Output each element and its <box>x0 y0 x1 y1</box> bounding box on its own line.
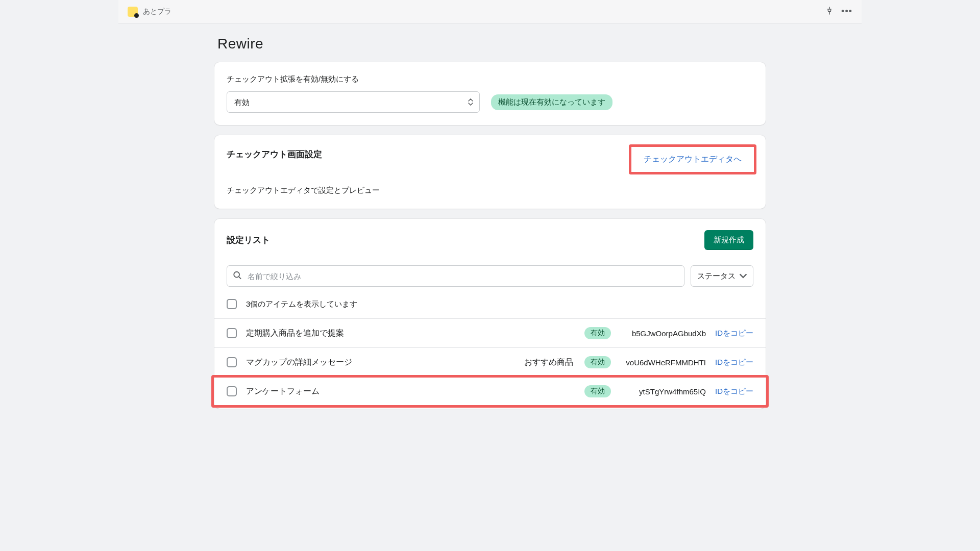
enable-status-badge: 機能は現在有効になっています <box>491 94 612 110</box>
table-row: アンケートフォーム有効ytSTgYrw4fhm65IQIDをコピー <box>214 377 766 406</box>
table-row: 定期購入商品を追加で提案有効b5GJwOorpAGbudXbIDをコピー <box>214 318 766 347</box>
settings-list-card: 設定リスト 新規作成 ステータス <box>214 219 766 409</box>
checkout-screen-card: チェックアウト画面設定 チェックアウトエディタへ チェックアウトエディタで設定と… <box>214 135 766 209</box>
caret-down-icon <box>740 272 747 280</box>
checkout-screen-sub: チェックアウトエディタで設定とプレビュー <box>227 186 753 195</box>
row-name[interactable]: マグカップの詳細メッセージ <box>246 357 515 368</box>
copy-id-button[interactable]: IDをコピー <box>715 387 753 396</box>
enable-select-wrapper: 有効 <box>227 91 480 113</box>
checkout-screen-title: チェックアウト画面設定 <box>227 148 322 160</box>
enable-card: チェックアウト拡張を有効/無効にする 有効 機能は現在有効になっています <box>214 62 766 125</box>
svg-line-1 <box>239 277 241 279</box>
search-input[interactable] <box>227 265 684 287</box>
row-checkbox[interactable] <box>227 357 237 367</box>
status-filter[interactable]: ステータス <box>691 265 753 287</box>
row-status-badge: 有効 <box>584 356 611 368</box>
settings-list-title: 設定リスト <box>227 234 270 246</box>
copy-id-button[interactable]: IDをコピー <box>715 329 753 338</box>
app-tab-icon <box>128 7 138 17</box>
enable-select[interactable]: 有効 <box>227 91 480 113</box>
row-subtext: おすすめ商品 <box>524 357 573 368</box>
row-checkbox[interactable] <box>227 328 237 338</box>
svg-point-0 <box>234 272 239 278</box>
status-filter-label: ステータス <box>697 271 736 281</box>
row-name[interactable]: アンケートフォーム <box>246 386 575 397</box>
search-wrapper <box>227 265 684 287</box>
more-icon[interactable]: ••• <box>841 6 852 17</box>
copy-id-button[interactable]: IDをコピー <box>715 358 753 367</box>
select-all-checkbox[interactable] <box>227 299 237 309</box>
list-header: 3個のアイテムを表示しています <box>214 296 766 318</box>
row-id: voU6dWHeRFMMDHTI <box>620 358 706 367</box>
row-status-badge: 有効 <box>584 385 611 397</box>
row-checkbox[interactable] <box>227 386 237 396</box>
pin-icon[interactable] <box>825 6 834 17</box>
row-status-badge: 有効 <box>584 327 611 339</box>
row-name[interactable]: 定期購入商品を追加で提案 <box>246 328 575 339</box>
checkout-editor-highlight: チェックアウトエディタへ <box>629 144 756 174</box>
list-header-text: 3個のアイテムを表示しています <box>246 299 357 309</box>
enable-label: チェックアウト拡張を有効/無効にする <box>227 74 753 84</box>
tab-bar: あとプラ ••• <box>118 0 862 23</box>
checkout-editor-link[interactable]: チェックアウトエディタへ <box>644 155 742 163</box>
table-row: マグカップの詳細メッセージおすすめ商品有効voU6dWHeRFMMDHTIIDを… <box>214 347 766 377</box>
search-icon <box>233 271 242 282</box>
page-title: Rewire <box>217 36 766 52</box>
new-button[interactable]: 新規作成 <box>704 230 753 250</box>
row-id: b5GJwOorpAGbudXb <box>620 329 706 338</box>
row-id: ytSTgYrw4fhm65IQ <box>620 387 706 396</box>
app-tab-title: あとプラ <box>143 7 172 16</box>
